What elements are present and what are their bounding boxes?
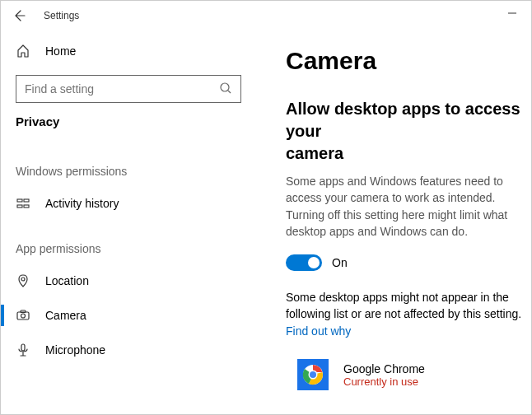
- search-input[interactable]: [25, 82, 219, 96]
- sidebar-item-location[interactable]: Location: [1, 263, 256, 298]
- sidebar-item-label: Location: [45, 274, 89, 287]
- activity-history-icon: [16, 196, 30, 211]
- home-icon: [16, 44, 30, 58]
- svg-rect-3: [17, 199, 22, 202]
- back-button[interactable]: [4, 1, 34, 30]
- svg-point-7: [21, 277, 25, 281]
- search-box[interactable]: [16, 75, 241, 103]
- find-out-why-link[interactable]: Find out why: [286, 324, 351, 338]
- chrome-icon: [297, 359, 329, 390]
- app-status: Currently in use: [343, 375, 425, 388]
- sidebar-item-label: Camera: [45, 309, 86, 322]
- desktop-apps-note: Some desktop apps might not appear in th…: [286, 289, 531, 339]
- svg-rect-10: [21, 310, 26, 313]
- microphone-icon: [16, 343, 30, 357]
- desktop-apps-camera-toggle[interactable]: On: [286, 254, 531, 271]
- sidebar-item-microphone[interactable]: Microphone: [1, 333, 256, 367]
- svg-line-2: [228, 91, 231, 93]
- app-title: Settings: [44, 10, 79, 21]
- group-label-windows-permissions: Windows permissions: [1, 143, 256, 186]
- sidebar-home[interactable]: Home: [1, 35, 256, 67]
- toggle-knob: [308, 257, 320, 268]
- app-name: Google Chrome: [343, 362, 425, 375]
- toggle-switch[interactable]: [286, 254, 322, 271]
- svg-rect-4: [24, 199, 29, 202]
- back-arrow-icon: [12, 9, 26, 22]
- content-pane: Camera Allow desktop apps to access your…: [256, 30, 531, 414]
- titlebar: Settings: [1, 1, 531, 30]
- svg-rect-8: [17, 312, 29, 319]
- minimize-icon: [507, 8, 517, 18]
- location-icon: [16, 273, 30, 288]
- minimize-button[interactable]: [493, 1, 531, 26]
- svg-rect-6: [24, 205, 29, 208]
- svg-rect-5: [17, 205, 22, 208]
- page-title: Camera: [286, 47, 531, 75]
- toggle-label: On: [332, 256, 348, 269]
- section-title: Allow desktop apps to access your camera: [286, 98, 531, 165]
- sidebar-item-camera[interactable]: Camera: [1, 298, 256, 333]
- sidebar: Home Privacy Windows permissions Activit…: [1, 30, 256, 414]
- svg-rect-11: [21, 344, 25, 351]
- sidebar-item-label: Activity history: [45, 197, 119, 210]
- svg-point-14: [310, 371, 316, 378]
- sidebar-category: Privacy: [1, 114, 256, 143]
- search-icon: [219, 82, 232, 97]
- app-row-chrome: Google Chrome Currently in use: [286, 359, 531, 390]
- sidebar-item-label: Microphone: [45, 343, 105, 357]
- svg-point-9: [21, 314, 26, 318]
- sidebar-item-activity-history[interactable]: Activity history: [1, 186, 256, 221]
- home-label: Home: [45, 44, 76, 58]
- section-description: Some apps and Windows features need to a…: [286, 173, 531, 240]
- svg-point-1: [221, 83, 229, 91]
- group-label-app-permissions: App permissions: [1, 221, 256, 263]
- camera-icon: [16, 308, 30, 323]
